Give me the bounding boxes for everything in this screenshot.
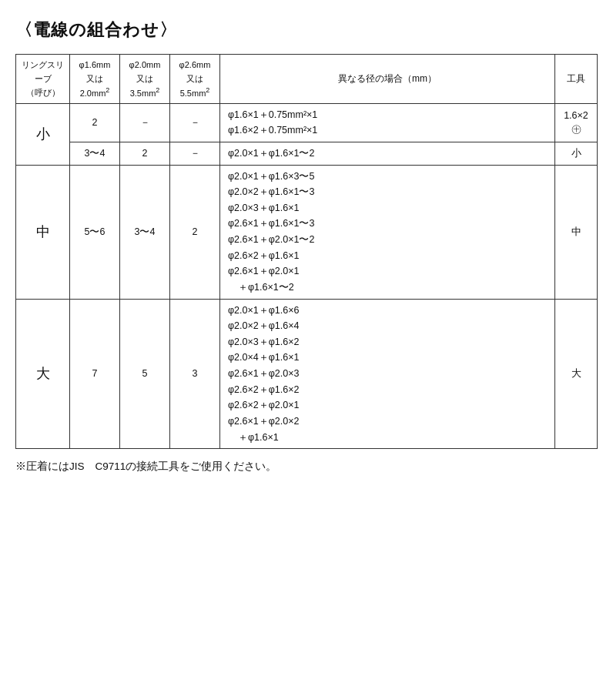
col20-value: 3〜4	[120, 165, 170, 299]
col16-value: 7	[70, 299, 120, 449]
size-label: 小	[16, 103, 70, 165]
size-label: 中	[16, 165, 70, 299]
col26-value: －	[170, 103, 220, 142]
diff-value: φ2.0×1＋φ1.6×6 φ2.0×2＋φ1.6×4 φ2.0×3＋φ1.6×…	[220, 299, 555, 449]
col26-value: 3	[170, 299, 220, 449]
diff-value: φ2.0×1＋φ1.6×1〜2	[220, 142, 555, 165]
tool-value: 1.6×2 ㊉	[555, 103, 598, 142]
tool-value: 中	[555, 165, 598, 299]
size-label: 大	[16, 299, 70, 449]
tool-value: 小	[555, 142, 598, 165]
header-diff: 異なる径の場合（mm）	[220, 55, 555, 104]
header-tool: 工具	[555, 55, 598, 104]
header-col26: φ2.6mm又は5.5mm2	[170, 55, 220, 104]
col20-value: 2	[120, 142, 170, 165]
col26-value: 2	[170, 165, 220, 299]
col16-value: 3〜4	[70, 142, 120, 165]
footer-note: ※圧着にはJIS C9711の接続工具をご使用ください。	[15, 460, 598, 474]
header-ring: リングスリーブ（呼び）	[16, 55, 70, 104]
col16-value: 2	[70, 103, 120, 142]
col26-value: －	[170, 142, 220, 165]
tool-value: 大	[555, 299, 598, 449]
header-col20: φ2.0mm又は3.5mm2	[120, 55, 170, 104]
wire-combination-table: リングスリーブ（呼び） φ1.6mm又は2.0mm2 φ2.0mm又は3.5mm…	[15, 54, 598, 449]
col20-value: －	[120, 103, 170, 142]
diff-value: φ1.6×1＋0.75mm²×1 φ1.6×2＋0.75mm²×1	[220, 103, 555, 142]
diff-value: φ2.0×1＋φ1.6×3〜5 φ2.0×2＋φ1.6×1〜3 φ2.0×3＋φ…	[220, 165, 555, 299]
header-col16: φ1.6mm又は2.0mm2	[70, 55, 120, 104]
col20-value: 5	[120, 299, 170, 449]
col16-value: 5〜6	[70, 165, 120, 299]
page-title: 〈電線の組合わせ〉	[15, 18, 598, 42]
